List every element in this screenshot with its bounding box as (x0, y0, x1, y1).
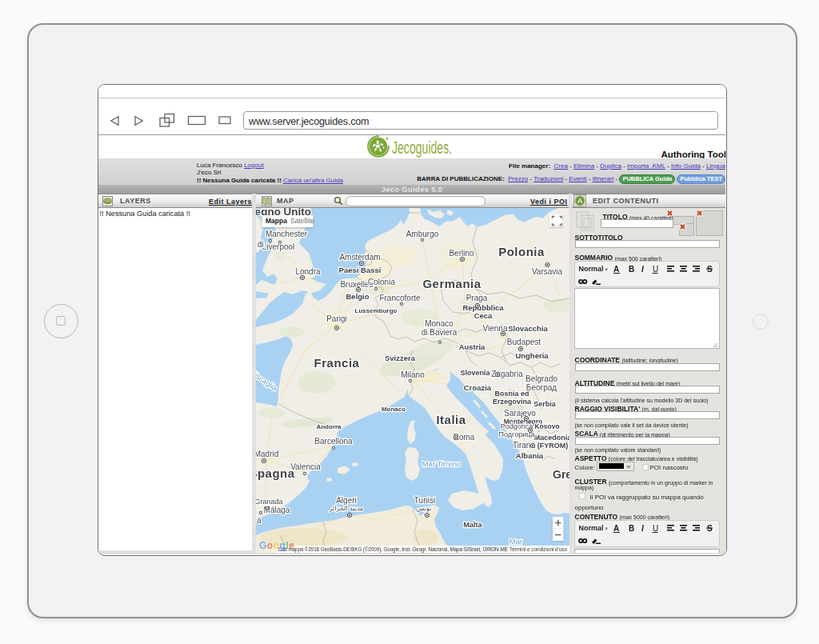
svg-text:Francia: Francia (314, 356, 359, 370)
svg-text:Albania: Albania (515, 451, 543, 460)
svg-text:Mar Tirreno: Mar Tirreno (421, 459, 461, 468)
svg-text:I: I (641, 265, 644, 274)
svg-text:Andorra: Andorra (316, 423, 342, 430)
svg-text:di: di (258, 240, 264, 249)
svg-text:Madrid: Madrid (256, 450, 278, 458)
svg-text:Macedonia: Macedonia (533, 434, 569, 442)
svg-text:مدينة الجزائر: مدينة الجزائر (328, 505, 363, 512)
svg-text:Erzegovina: Erzegovina (492, 398, 531, 406)
svg-text:Ungheria: Ungheria (515, 351, 549, 360)
svg-text:Svizzera: Svizzera (384, 354, 415, 362)
svg-text:Croazia: Croazia (463, 383, 491, 392)
svg-text:B: B (629, 524, 634, 533)
svg-text:Colonia: Colonia (368, 278, 395, 286)
svg-text:Liverpool: Liverpool (262, 242, 294, 251)
svg-text:Polonia: Polonia (498, 245, 545, 258)
svg-text:Podgorica: Podgorica (500, 422, 533, 430)
svg-text:Granada: Granada (256, 498, 283, 506)
svg-text:تونس: تونس (416, 505, 431, 512)
svg-text:Berlino: Berlino (449, 249, 474, 258)
svg-text:Belgio: Belgio (346, 292, 369, 301)
svg-text:Barcellona: Barcellona (314, 437, 353, 446)
svg-text:Londra: Londra (295, 267, 321, 276)
svg-text:Milano: Milano (401, 370, 425, 379)
svg-text:Germania: Germania (422, 277, 481, 290)
svg-text:B: B (629, 265, 634, 274)
svg-text:A: A (613, 265, 619, 274)
svg-text:Manchester: Manchester (265, 230, 307, 238)
svg-text:A: A (577, 197, 583, 205)
svg-text:Dati mappa ©2018 GeoBasis-DE/B: Dati mappa ©2018 GeoBasis-DE/BKG (©2009)… (278, 546, 508, 553)
svg-text:Francoforte: Francoforte (379, 294, 421, 302)
svg-text:Termini e condizioni d'uso: Termini e condizioni d'uso (509, 546, 567, 552)
svg-text:Italia: Italia (436, 413, 465, 426)
svg-text:Spagna: Spagna (256, 466, 295, 480)
svg-text:Satellite: Satellite (290, 217, 315, 225)
svg-text:Lussemburgo: Lussemburgo (354, 307, 397, 314)
svg-text:U: U (653, 265, 658, 274)
svg-text:Slovacchia: Slovacchia (508, 324, 548, 333)
svg-text:(FYROM): (FYROM) (537, 442, 568, 450)
svg-text:Mappa: Mappa (266, 217, 287, 225)
svg-text:Google: Google (259, 540, 294, 551)
svg-text:Monaco: Monaco (425, 319, 453, 328)
svg-text:Belgrado: Belgrado (525, 374, 557, 383)
svg-text:Praga: Praga (465, 294, 487, 302)
svg-text:Paesi Bassi: Paesi Bassi (338, 266, 381, 274)
svg-text:Valencia: Valencia (290, 462, 321, 471)
svg-text:Amburgo: Amburgo (406, 230, 438, 238)
svg-text:Monaco: Monaco (381, 406, 405, 413)
svg-text:Slovenia: Slovenia (460, 369, 490, 377)
svg-text:I: I (641, 524, 644, 533)
svg-text:Malta: Malta (463, 521, 482, 529)
svg-text:Parigi: Parigi (326, 314, 347, 323)
svg-text:Kosovo: Kosovo (534, 422, 559, 430)
svg-text:Serbia: Serbia (533, 400, 557, 408)
svg-text:Bosnia ed: Bosnia ed (494, 390, 529, 398)
svg-text:Budapest: Budapest (506, 338, 540, 346)
svg-text:di Baviera: di Baviera (421, 328, 457, 337)
svg-text:Algeri: Algeri (336, 496, 357, 505)
svg-text:Amsterdam: Amsterdam (339, 253, 380, 262)
svg-text:Tunisi: Tunisi (413, 496, 434, 505)
svg-text:A: A (613, 524, 619, 533)
svg-text:Varsavia: Varsavia (531, 267, 562, 276)
svg-text:Београд: Београд (525, 383, 556, 392)
svg-text:Grec: Grec (553, 468, 569, 481)
svg-text:Sarajevo: Sarajevo (504, 409, 536, 418)
svg-text:Ceca: Ceca (473, 311, 492, 320)
svg-text:a: a (257, 516, 262, 525)
svg-text:U: U (653, 524, 658, 533)
svg-text:Austria: Austria (458, 342, 485, 351)
